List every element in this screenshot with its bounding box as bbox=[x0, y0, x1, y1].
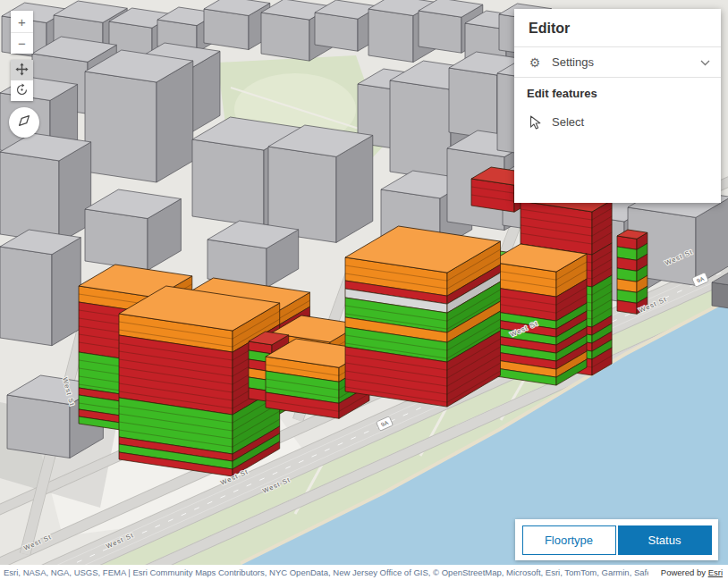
symbology-toggle-bar: Floortype Status bbox=[515, 519, 718, 560]
select-cursor-icon bbox=[525, 115, 545, 130]
rotate-icon bbox=[14, 82, 30, 99]
floortype-button[interactable]: Floortype bbox=[522, 525, 616, 555]
select-label: Select bbox=[552, 115, 710, 129]
status-button[interactable]: Status bbox=[618, 525, 712, 555]
app-window: West StWest StWest StWest StWest StWest … bbox=[0, 0, 728, 580]
attribution-bar: Esri, NASA, NGA, USGS, FEMA | Esri Commu… bbox=[0, 565, 728, 580]
pan-icon bbox=[14, 62, 30, 79]
powered-by-text: Powered by bbox=[661, 567, 708, 577]
editor-panel: Editor ⚙ Settings Edit features Select bbox=[514, 9, 721, 203]
rotate-tool-button[interactable] bbox=[11, 80, 33, 101]
editor-panel-title: Editor bbox=[514, 9, 721, 46]
powered-by: Powered by Esri bbox=[661, 567, 723, 577]
esri-link[interactable]: Esri bbox=[708, 567, 723, 577]
compass-needle-icon bbox=[13, 109, 36, 136]
compass-button[interactable] bbox=[9, 107, 39, 138]
gear-icon: ⚙ bbox=[525, 56, 545, 69]
select-tool-row[interactable]: Select bbox=[514, 107, 721, 137]
edit-features-heading: Edit features bbox=[514, 78, 721, 107]
zoom-out-button[interactable]: − bbox=[11, 32, 33, 54]
zoom-in-button[interactable]: + bbox=[11, 11, 33, 32]
settings-label: Settings bbox=[552, 55, 700, 69]
settings-row[interactable]: ⚙ Settings bbox=[514, 47, 721, 77]
chevron-down-icon bbox=[700, 55, 710, 69]
pan-tool-button[interactable] bbox=[11, 60, 33, 80]
zoom-widget: + − bbox=[11, 11, 33, 54]
attribution-sources: Esri, NASA, NGA, USGS, FEMA | Esri Commu… bbox=[4, 567, 648, 577]
navigation-toggle-widget bbox=[11, 60, 33, 101]
